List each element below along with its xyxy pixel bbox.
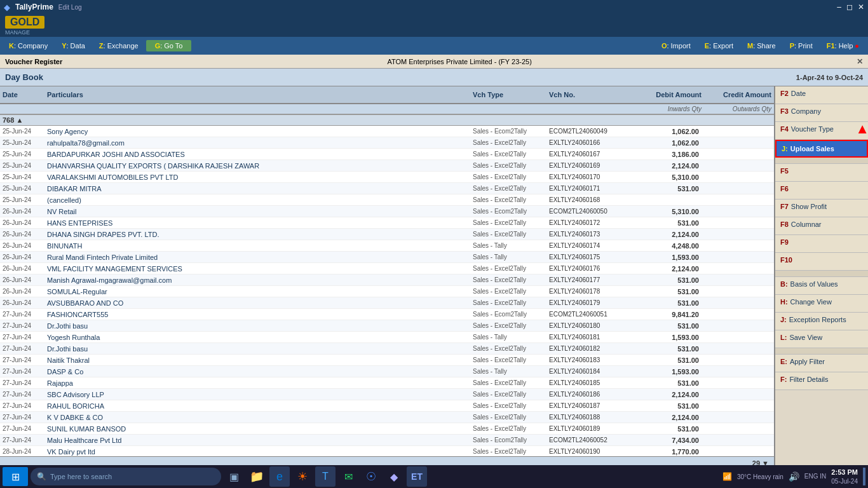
- table-row[interactable]: 25-Jun-24BARDAPURKAR JOSHI AND ASSOCIATE…: [0, 149, 774, 160]
- sub-header: Voucher Register ATOM Enterprises Privat…: [0, 55, 868, 69]
- table-row[interactable]: 27-Jun-24RajappaSales - Excel2TallyEXLTL…: [0, 377, 774, 389]
- rpanel-change-view[interactable]: H: Change View: [775, 295, 868, 313]
- gold-badge: GOLD: [5, 16, 44, 29]
- menu-share[interactable]: M: Share: [741, 41, 782, 51]
- table-row[interactable]: 27-Jun-24RAHUL BORICHASales - Excel2Tall…: [0, 400, 774, 412]
- table-row[interactable]: 25-Jun-24DIBAKAR MITRASales - Excel2Tall…: [0, 183, 774, 194]
- rpanel-empty: [775, 390, 868, 469]
- table-row[interactable]: 27-Jun-24SUNIL KUMAR BANSODSales - Excel…: [0, 423, 774, 435]
- table-row[interactable]: 26-Jun-24DHANA SINGH DRAPES PVT. LTD.Sal…: [0, 229, 774, 240]
- company-name-label: ATOM Enterprises Private Limited - (FY 2…: [387, 58, 531, 65]
- app-logo: ◆: [4, 3, 10, 12]
- table-row[interactable]: 26-Jun-24BINUNATHSales - TallyEXLTLY2406…: [0, 240, 774, 252]
- table-row[interactable]: 26-Jun-24NV RetailSales - Ecom2TallyECOM…: [0, 206, 774, 217]
- clock: 2:53 PM 05-Jul-24: [831, 468, 858, 485]
- subheader-inwards: Inwards Qty: [632, 105, 702, 112]
- daybook-title: Day Book: [5, 72, 43, 82]
- edit-log-label: Edit Log: [58, 4, 82, 11]
- rpanel-f10[interactable]: F10: [775, 253, 868, 271]
- minimize-btn[interactable]: –: [837, 3, 841, 11]
- rpanel-upload-sales[interactable]: J: Upload Sales ▲: [775, 140, 868, 158]
- counter-row: 768 ▲: [0, 114, 774, 126]
- search-bar[interactable]: 🔍 Type here to search: [31, 468, 221, 485]
- menu-help[interactable]: F1: Help ●: [820, 41, 865, 51]
- rpanel-f9[interactable]: F9: [775, 235, 868, 253]
- start-button[interactable]: ⊞: [3, 467, 28, 486]
- menu-export[interactable]: E: Export: [698, 41, 740, 51]
- table-row[interactable]: 27-Jun-24SBC Advisory LLPSales - Excel2T…: [0, 389, 774, 400]
- table-row[interactable]: 27-Jun-24Malu Healthcare Pvt LtdSales - …: [0, 435, 774, 446]
- rpanel-basis-values[interactable]: B: Basis of Values: [775, 277, 868, 295]
- col-header-particulars: Particulars: [47, 91, 473, 98]
- col-header-date: Date: [3, 91, 47, 98]
- table-subheader: Inwards Qty Outwards Qty: [0, 104, 774, 114]
- taskview-icon[interactable]: ▣: [224, 466, 244, 487]
- rpanel-exception-reports[interactable]: J: Exception Reports: [775, 313, 868, 330]
- menu-data[interactable]: Y: Data: [55, 41, 92, 51]
- table-row[interactable]: 28-Jun-24VK Dairy pvt ltdSales - Excel2T…: [0, 446, 774, 456]
- table-row[interactable]: 27-Jun-24Dr.Jothi basuSales - Excel2Tall…: [0, 343, 774, 355]
- taskbar-whatsapp[interactable]: ✉: [338, 466, 358, 487]
- close-btn[interactable]: ✕: [858, 3, 864, 11]
- table-row[interactable]: 25-Jun-24VARALAKSHMI AUTOMOBILES PVT LTD…: [0, 172, 774, 183]
- taskbar-explorer[interactable]: 📁: [247, 466, 267, 487]
- rpanel-f4-vchtype[interactable]: F4 Voucher Type: [775, 122, 868, 140]
- table-row[interactable]: 25-Jun-24DHANVARSHA QUALITY EXPORTS ( DA…: [0, 160, 774, 172]
- table-row[interactable]: 25-Jun-24 (cancelled)Sales - Excel2Tally…: [0, 194, 774, 206]
- rpanel-f8-columnar[interactable]: F8 Columnar: [775, 217, 868, 235]
- table-header: Date Particulars Vch Type Vch No. Debit …: [0, 86, 774, 104]
- menu-goto[interactable]: G: Go To: [146, 40, 192, 51]
- rpanel-save-view[interactable]: L: Save View: [775, 330, 868, 348]
- rpanel-f7-show-profit[interactable]: F7 Show Profit: [775, 200, 868, 217]
- taskbar-firefox[interactable]: ☀: [292, 466, 313, 487]
- table-row[interactable]: 27-Jun-24FASHIONCART555Sales - Ecom2Tall…: [0, 309, 774, 320]
- search-icon: 🔍: [37, 472, 46, 481]
- right-panel: F2 Date F3 Company F4 Voucher Type J: Up…: [774, 86, 868, 469]
- taskbar-chrome[interactable]: ☉: [361, 466, 381, 487]
- col-header-vchno: Vch No.: [549, 91, 632, 98]
- rpanel-filter-details[interactable]: F: Filter Details: [775, 372, 868, 390]
- rpanel-f3-company[interactable]: F3 Company: [775, 104, 868, 122]
- sub-header-close[interactable]: ✕: [857, 57, 863, 66]
- table-row[interactable]: 27-Jun-24Naitik ThakralSales - Excel2Tal…: [0, 355, 774, 366]
- weather-info: 30°C Heavy rain: [737, 473, 783, 480]
- menu-exchange[interactable]: Z: Exchange: [93, 41, 145, 51]
- rpanel-f2-date[interactable]: F2 Date: [775, 86, 868, 104]
- table-row[interactable]: 25-Jun-24rahulpalta78@gmail.comSales - E…: [0, 137, 774, 149]
- taskbar-extra1[interactable]: ◆: [384, 466, 404, 487]
- table-row[interactable]: 26-Jun-24Rural Mandi Fintech Private Lim…: [0, 252, 774, 263]
- restore-btn[interactable]: ◻: [846, 3, 853, 11]
- table-row[interactable]: 27-Jun-24Yogesh RunthalaSales - TallyEXL…: [0, 332, 774, 343]
- manage-label: MANAGE: [5, 29, 30, 36]
- menu-company[interactable]: K: Company: [3, 41, 54, 51]
- rpanel-separator3: [775, 348, 868, 355]
- table-row[interactable]: 26-Jun-24HANS ENTEPRISESSales - Excel2Ta…: [0, 217, 774, 229]
- search-placeholder: Type here to search: [50, 473, 112, 480]
- table-row[interactable]: 27-Jun-24DASP & CoSales - TallyEXLTLY240…: [0, 366, 774, 377]
- show-desktop-btn[interactable]: [863, 468, 865, 485]
- vch-register-label: Voucher Register: [5, 58, 62, 65]
- table-row[interactable]: 26-Jun-24Manish Agrawal-mgagrawal@gmail.…: [0, 274, 774, 286]
- rpanel-f5[interactable]: F5: [775, 164, 868, 182]
- menu-import[interactable]: O: Import: [655, 41, 697, 51]
- table-row[interactable]: 26-Jun-24VML FACILITY MANAGEMENT SERVICE…: [0, 263, 774, 274]
- table-row[interactable]: 27-Jun-24Dr.Jothi basuSales - Excel2Tall…: [0, 320, 774, 332]
- daybook-header: Day Book 1-Apr-24 to 9-Oct-24: [0, 69, 868, 86]
- rpanel-f6[interactable]: F6: [775, 182, 868, 200]
- taskbar-extra2[interactable]: ET: [407, 466, 427, 487]
- table-body: 25-Jun-24Sony AgencySales - Ecom2TallyEC…: [0, 126, 774, 456]
- table-row[interactable]: 27-Jun-24K V DABKE & COSales - Excel2Tal…: [0, 412, 774, 423]
- clock-time: 2:53 PM: [831, 468, 858, 477]
- rpanel-apply-filter[interactable]: E: Apply Filter: [775, 355, 868, 372]
- rpanel-separator2: [775, 271, 868, 277]
- table-row[interactable]: 26-Jun-24SOMULAL-RegularSales - Excel2Ta…: [0, 286, 774, 297]
- taskbar-tally[interactable]: T: [315, 466, 336, 487]
- volume-icon[interactable]: 🔊: [789, 471, 799, 482]
- table-row[interactable]: 26-Jun-24AVSUBBARAO AND COSales - Excel2…: [0, 297, 774, 309]
- taskbar: ⊞ 🔍 Type here to search ▣ 📁 e ☀ T ✉ ☉ ◆ …: [0, 465, 868, 488]
- title-bar: ◆ TallyPrime Edit Log – ◻ ✕: [0, 0, 868, 14]
- taskbar-edge[interactable]: e: [269, 466, 290, 487]
- table-row[interactable]: 25-Jun-24Sony AgencySales - Ecom2TallyEC…: [0, 126, 774, 137]
- menu-bar: K: Company Y: Data Z: Exchange G: Go To …: [0, 37, 868, 55]
- menu-print[interactable]: P: Print: [783, 41, 819, 51]
